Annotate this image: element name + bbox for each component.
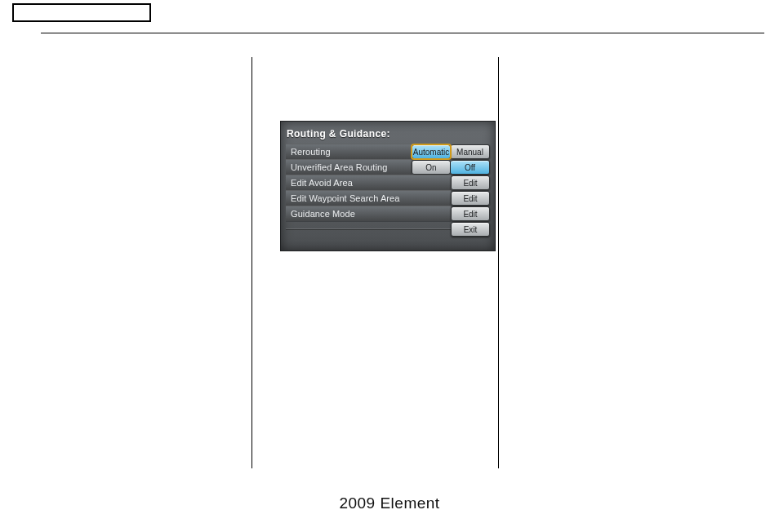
row-label-exit-spacer bbox=[286, 228, 451, 230]
edit-waypoint-button[interactable]: Edit bbox=[451, 191, 490, 206]
column-separator-right bbox=[498, 57, 499, 468]
rerouting-automatic-button[interactable]: Automatic bbox=[412, 144, 451, 159]
routing-guidance-panel: Routing & Guidance: Rerouting Automatic … bbox=[280, 121, 496, 251]
column-separator-left bbox=[252, 57, 252, 468]
row-guidance-mode: Guidance Mode Edit bbox=[286, 206, 490, 221]
panel-title: Routing & Guidance: bbox=[286, 126, 490, 144]
header-box bbox=[12, 3, 151, 22]
footer-caption: 2009 Element bbox=[0, 494, 779, 512]
row-label-unverified: Unverified Area Routing bbox=[286, 159, 412, 175]
row-unverified-area-routing: Unverified Area Routing On Off bbox=[286, 160, 490, 175]
header-rule bbox=[41, 33, 764, 33]
row-exit: Exit bbox=[286, 222, 490, 237]
unverified-off-button[interactable]: Off bbox=[451, 160, 490, 175]
row-label-avoid-area: Edit Avoid Area bbox=[286, 175, 451, 191]
content-columns: Routing & Guidance: Rerouting Automatic … bbox=[41, 57, 764, 468]
guidance-mode-edit-button[interactable]: Edit bbox=[451, 206, 490, 221]
unverified-on-button[interactable]: On bbox=[412, 160, 451, 175]
row-rerouting: Rerouting Automatic Manual bbox=[286, 144, 490, 159]
row-label-guidance: Guidance Mode bbox=[286, 206, 451, 222]
row-label-waypoint: Edit Waypoint Search Area bbox=[286, 190, 451, 206]
row-label-rerouting: Rerouting bbox=[286, 144, 412, 160]
edit-avoid-area-button[interactable]: Edit bbox=[451, 175, 490, 190]
exit-button[interactable]: Exit bbox=[451, 222, 490, 237]
row-edit-avoid-area: Edit Avoid Area Edit bbox=[286, 175, 490, 190]
page: Routing & Guidance: Rerouting Automatic … bbox=[0, 0, 779, 532]
rerouting-manual-button[interactable]: Manual bbox=[451, 144, 490, 159]
row-edit-waypoint-search: Edit Waypoint Search Area Edit bbox=[286, 191, 490, 206]
